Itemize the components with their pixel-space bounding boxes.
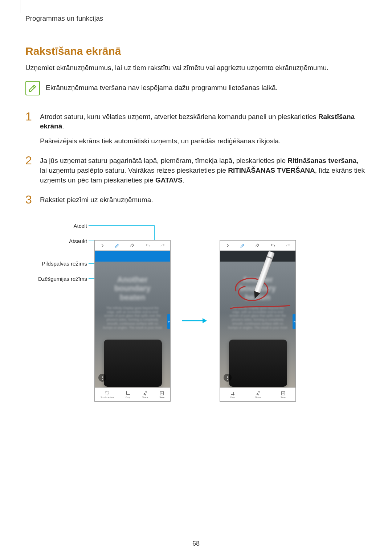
figure-area: Atcelt Atsaukt Pildspalvas režīms Dzēšgu…: [22, 215, 367, 418]
blue-bar: [95, 251, 170, 262]
blur-heading: Another boundary beaten: [220, 262, 295, 306]
step-text: Atrodot saturu, kuru vēlaties uzņemt, at…: [40, 113, 318, 120]
label-cancel: Atcelt: [73, 223, 87, 229]
step-body: Ja jūs uzņemat saturu pagarinātā lapā, p…: [40, 155, 367, 185]
decorative-line: [20, 0, 20, 13]
step-number: 1: [25, 111, 33, 122]
fab-menu[interactable]: ⋮: [224, 374, 232, 382]
step-text: .: [62, 122, 64, 130]
step-3: 3 Rakstiet piezīmi uz ekrānuzņēmuma.: [25, 194, 367, 205]
phone-screenshot-left: Another boundary beaten The Infinity Dis…: [94, 240, 171, 402]
pen-icon[interactable]: [240, 243, 245, 249]
step-text: Ja jūs uzņemat saturu pagarinātā lapā, p…: [40, 157, 287, 164]
share-icon[interactable]: Share: [255, 391, 261, 398]
crop-icon[interactable]: Crop: [125, 391, 130, 398]
crop-icon[interactable]: Crop: [230, 391, 235, 398]
redo-icon[interactable]: [285, 243, 291, 249]
chevron-right-icon[interactable]: [99, 243, 105, 249]
save-icon[interactable]: Save: [281, 391, 286, 398]
label-erasemode: Dzēšgumijas režīms: [38, 276, 87, 282]
phone-screenshot-right: Another boundary beaten The Infinity Dis…: [220, 240, 296, 402]
step-body: Rakstiet piezīmi uz ekrānuzņēmuma.: [40, 194, 153, 205]
intro-text: Uzņemiet ekrānuzņēmumus, lai uz tiem rak…: [25, 63, 367, 73]
share-icon[interactable]: Share: [142, 391, 148, 398]
step-bold: RITINĀŠANAS TVERŠANA: [228, 167, 315, 174]
svg-marker-11: [203, 318, 207, 323]
step-number: 2: [25, 155, 33, 166]
blur-paragraph: The Infinity Display goes beyond the edg…: [95, 306, 170, 330]
scroll-capture-icon[interactable]: Scroll capture: [101, 391, 114, 398]
page-number: 68: [0, 540, 392, 547]
label-penmode: Pildspalvas režīms: [42, 260, 87, 267]
redo-icon[interactable]: [160, 243, 166, 249]
arrow-right-icon: [180, 316, 209, 325]
edge-tab[interactable]: Z: [167, 314, 171, 329]
step-bold: GATAVS: [155, 176, 183, 184]
step-number: 3: [25, 194, 33, 205]
eraser-icon[interactable]: [255, 243, 261, 249]
step-text: Pašreizējais ekrāns tiek automātiski uzņ…: [40, 136, 367, 146]
note-icon: [25, 81, 40, 95]
note-row: Ekrānuzņēmuma tveršana nav iespējama daž…: [25, 81, 367, 95]
label-undo: Atsaukt: [69, 238, 87, 245]
edit-toolbar: [220, 241, 295, 251]
device-image: [104, 340, 162, 387]
bottom-toolbar: Crop Share Save: [220, 387, 295, 401]
step-bold: Ritināšanas tveršana: [287, 157, 356, 164]
step-text: .: [183, 176, 184, 184]
step-text: Rakstiet piezīmi uz ekrānuzņēmuma.: [40, 195, 153, 205]
edge-tab[interactable]: Z: [293, 314, 296, 329]
pen-icon[interactable]: [114, 243, 120, 249]
dark-bar: [220, 251, 295, 262]
step-1: 1 Atrodot saturu, kuru vēlaties uzņemt, …: [25, 111, 367, 146]
undo-icon[interactable]: [145, 243, 151, 249]
save-icon[interactable]: Save: [159, 391, 164, 398]
chevron-right-icon[interactable]: [225, 243, 230, 249]
bottom-toolbar: Scroll capture Crop Share Save: [95, 387, 170, 401]
note-text: Ekrānuzņēmuma tveršana nav iespējama daž…: [46, 81, 278, 93]
step-2: 2 Ja jūs uzņemat saturu pagarinātā lapā,…: [25, 155, 367, 185]
svg-rect-8: [106, 391, 109, 394]
fab-menu[interactable]: ⋮: [98, 374, 106, 382]
page-header: Programmas un funkcijas: [25, 15, 367, 22]
blur-paragraph: The Infinity Display goes beyond the edg…: [220, 306, 295, 330]
blur-heading: Another boundary beaten: [95, 262, 170, 306]
section-title: Rakstīšana ekrānā: [25, 45, 367, 57]
undo-icon[interactable]: [270, 243, 276, 249]
device-image: [229, 340, 287, 387]
edit-toolbar: [95, 241, 170, 251]
eraser-icon[interactable]: [130, 243, 135, 249]
step-body: Atrodot saturu, kuru vēlaties uzņemt, at…: [40, 111, 367, 146]
